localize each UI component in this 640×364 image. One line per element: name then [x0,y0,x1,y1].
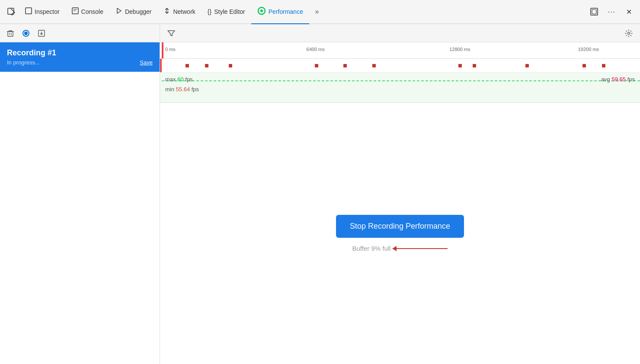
tab-network[interactable]: Network [157,0,201,24]
timeline-header: 0 ms 6400 ms 12800 ms 19200 ms [160,42,640,59]
inspector-icon [25,7,32,16]
performance-icon [257,6,266,17]
marker-1 [186,64,189,67]
marker-4 [315,64,318,67]
tab-style-editor[interactable]: {} Style Editor [202,0,251,24]
content-panel: 0 ms 6400 ms 12800 ms 19200 ms [160,24,640,364]
svg-rect-8 [8,32,13,36]
tab-console-label: Console [81,8,103,15]
save-recording-button[interactable]: Save [140,59,153,66]
fps-min-unit: fps [192,86,199,93]
tab-style-editor-label: Style Editor [214,8,245,15]
debugger-icon [115,7,122,16]
marker-2 [205,64,208,67]
fps-max-unit: fps [185,76,192,83]
svg-point-10 [24,32,28,35]
tab-debugger[interactable]: Debugger [109,0,158,24]
buffer-arrow-line [396,248,448,249]
center-content: Stop Recording Performance Buffer 9% ful… [160,103,640,364]
fps-max-stat: max 60 fps [165,76,635,83]
tab-inspector[interactable]: Inspector [19,0,66,24]
svg-rect-1 [26,8,32,14]
buffer-info: Buffer 9% full [352,245,448,252]
recording-meta: In progress... Save [7,59,153,66]
record-button[interactable] [19,26,33,40]
expand-devtools-button[interactable] [586,4,602,19]
inspector-mode-button[interactable] [3,4,19,19]
tab-performance-label: Performance [269,8,303,15]
marker-10 [582,64,586,67]
top-toolbar: Inspector Console Debugger Network { [0,0,640,24]
tab-network-label: Network [173,8,195,15]
marker-9 [525,64,529,67]
tab-performance[interactable]: Performance [251,0,309,24]
buffer-arrow [396,248,448,249]
main-area: Recording #1 In progress... Save [0,24,640,364]
tab-console[interactable]: Console [66,0,109,24]
marker-11 [602,64,605,67]
more-tabs-button[interactable]: » [309,4,325,19]
svg-point-12 [628,32,630,34]
settings-button[interactable] [621,26,637,41]
fps-min-label: min [165,86,174,93]
recording-item[interactable]: Recording #1 In progress... Save [0,42,160,72]
marker-6 [372,64,376,67]
fps-stats: max 60 fps min 55.64 fps [165,76,635,93]
buffer-label: Buffer 9% full [352,245,391,252]
content-toolbar [160,24,640,42]
recording-status: In progress... [7,59,40,66]
recording-title: Recording #1 [7,48,153,57]
sidebar: Recording #1 In progress... Save [0,24,160,364]
options-button[interactable]: ··· [604,4,619,19]
tab-inspector-label: Inspector [35,8,60,15]
tab-debugger-label: Debugger [125,8,152,15]
markers-container [162,59,640,72]
marker-5 [343,64,347,67]
fps-max-value: 60 [177,76,183,83]
marker-7 [458,64,462,67]
svg-marker-3 [117,8,121,13]
timeline-ruler: 0 ms 6400 ms 12800 ms 19200 ms [163,42,640,59]
toolbar-right: ··· ✕ [586,4,637,19]
markers-row [160,59,640,73]
close-devtools-button[interactable]: ✕ [621,4,637,19]
sidebar-toolbar [0,24,160,42]
ruler-label-0ms: 0 ms [165,47,176,52]
style-editor-icon: {} [208,8,211,15]
ruler-label-12800ms: 12800 ms [449,47,470,52]
fps-chart: max 60 fps min 55.64 fps avg 59.65 fps [160,73,640,103]
ruler-label-6400ms: 6400 ms [307,47,325,52]
stop-recording-button[interactable]: Stop Recording Performance [336,215,464,238]
import-recording-button[interactable] [35,26,48,40]
ruler-label-19200ms: 19200 ms [578,47,599,52]
fps-min-stat: min 55.64 fps [165,86,635,93]
fps-max-label: max [165,76,176,83]
marker-3 [229,64,232,67]
svg-rect-7 [592,10,596,14]
console-icon [72,7,79,16]
svg-point-5 [260,10,263,12]
network-icon [163,7,170,16]
marker-8 [473,64,476,67]
fps-min-value: 55.64 [176,86,190,93]
filter-button[interactable] [163,26,179,41]
delete-recording-button[interactable] [3,26,17,40]
